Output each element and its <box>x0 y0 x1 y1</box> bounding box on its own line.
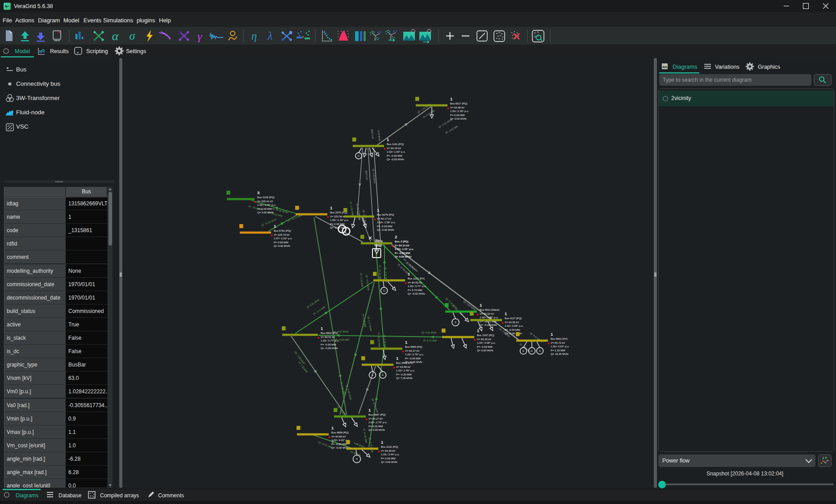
svg-text:Bus 4117 [PQ]: Bus 4117 [PQ] <box>505 317 522 320</box>
svg-text:P= -0.00 MW: P= -0.00 MW <box>331 443 347 446</box>
svg-text:P= 0.00 MW: P= 0.00 MW <box>381 457 396 460</box>
svg-text:10.46 MW: 10.46 MW <box>350 450 362 457</box>
svg-text:1: 1 <box>450 97 452 101</box>
svg-text:5.89 MVAr: 5.89 MVAr <box>354 442 365 448</box>
svg-text:Pf: -2.26 MW: Pf: -2.26 MW <box>359 273 364 287</box>
svg-text:G: G <box>358 154 359 157</box>
svg-text:0: 0 <box>537 31 539 33</box>
svg-text:Bus 6079 [PQ]: Bus 6079 [PQ] <box>377 213 394 216</box>
svg-text:V= 64.14 kV: V= 64.14 kV <box>395 244 410 247</box>
svg-text:Bus 2222 [PQ]: Bus 2222 [PQ] <box>381 446 398 448</box>
svg-text:P= -0.20 MW: P= -0.20 MW <box>396 373 412 376</box>
svg-text:Pf: -4.02 MW: Pf: -4.02 MW <box>445 125 459 134</box>
svg-text:1: 1 <box>505 312 507 316</box>
svg-text:V= 64.19 kV: V= 64.19 kV <box>387 147 401 150</box>
svg-text:V= 66.51 kV: V= 66.51 kV <box>321 336 335 338</box>
svg-text:Bus 5812 [PV]: Bus 5812 [PV] <box>551 337 568 340</box>
svg-text:Qf: 8.93 MVAr: Qf: 8.93 MVAr <box>306 298 320 309</box>
svg-text:V= 64.90 kV: V= 64.90 kV <box>381 450 395 452</box>
svg-text:Pf: 10.16 MW: Pf: 10.16 MW <box>377 333 381 348</box>
svg-text:Bus 4858 [PQ]: Bus 4858 [PQ] <box>331 431 349 434</box>
svg-text:Bus 2562 [PV]: Bus 2562 [PV] <box>396 362 413 364</box>
svg-text:V= 65.26 kV: V= 65.26 kV <box>477 338 491 341</box>
svg-text:Variations: Variations <box>715 64 740 70</box>
svg-text:Q= 0.00 MVAr: Q= 0.00 MVAr <box>477 349 493 352</box>
svg-text:Bus 7297 [PQ]: Bus 7297 [PQ] <box>477 334 494 337</box>
svg-text:Q= 0.00 MVAr: Q= 0.00 MVAr <box>274 245 290 247</box>
svg-text:P= 0.00 MW: P= 0.00 MW <box>330 223 345 225</box>
svg-text:1.02< 3.77° p.u.: 1.02< 3.77° p.u. <box>408 285 426 287</box>
svg-text:P= -0.00 MW: P= -0.00 MW <box>377 225 393 228</box>
svg-text:0: 0 <box>534 35 536 38</box>
svg-text:1.02< 2.75° p.u.: 1.02< 2.75° p.u. <box>405 353 424 356</box>
svg-text:1: 1 <box>274 224 276 229</box>
svg-text:1: 1 <box>405 340 407 345</box>
svg-text:Q= -0.00 MVAr: Q= -0.00 MVAr <box>377 229 394 231</box>
svg-text:1.02< 3.77° p.u.: 1.02< 3.77° p.u. <box>321 339 339 342</box>
svg-text:G: G <box>383 289 385 292</box>
svg-text:1.02< 1.51° p.u.: 1.02< 1.51° p.u. <box>395 248 414 250</box>
svg-text:1: 1 <box>377 208 379 212</box>
svg-text:Q= -0.00 MVAr: Q= -0.00 MVAr <box>331 446 349 449</box>
svg-text:G: G <box>455 321 456 324</box>
svg-text:Q= 0.00 MVAr: Q= 0.00 MVAr <box>368 429 385 431</box>
svg-text:Q= 0.00 MVAr: Q= 0.00 MVAr <box>450 117 467 120</box>
svg-text:3: 3 <box>257 191 259 195</box>
svg-text:Graphics: Graphics <box>758 64 780 70</box>
svg-text:1.02< 2.49° p.u.: 1.02< 2.49° p.u. <box>396 369 415 372</box>
svg-text:Bus 2 [PQ]: Bus 2 [PQ] <box>395 240 408 243</box>
svg-text:Bus 6517 [PQ]: Bus 6517 [PQ] <box>450 102 468 105</box>
svg-text:1.00< 0.02° p.u.: 1.00< 0.02° p.u. <box>257 204 276 206</box>
svg-text:Bus 2105 [PQ]: Bus 2105 [PQ] <box>257 196 275 199</box>
svg-text:σ: σ <box>130 29 136 42</box>
svg-text:Bus 6611 [Slack]: Bus 6611 [Slack] <box>480 308 499 311</box>
svg-text:1: 1 <box>480 303 482 308</box>
svg-text:Pf: 10.46 MW: Pf: 10.46 MW <box>363 428 368 443</box>
svg-text:Bus 6791 [PQ]: Bus 6791 [PQ] <box>274 229 291 232</box>
svg-text:G: G <box>382 374 384 376</box>
svg-text:1: 1 <box>396 356 398 361</box>
svg-text:1: 1 <box>387 137 389 142</box>
svg-text:Bus 5960 [PQ]: Bus 5960 [PQ] <box>405 346 422 348</box>
svg-text:Q= 0.00 MVAr: Q= 0.00 MVAr <box>395 255 412 258</box>
svg-text:V= 64.68 kV: V= 64.68 kV <box>450 106 464 109</box>
svg-text:MW 5.97: MW 5.97 <box>365 171 368 180</box>
svg-text:1.02< 0.85° p.u.: 1.02< 0.85° p.u. <box>505 325 523 327</box>
svg-text:1.02< 2.29° p.u.: 1.02< 2.29° p.u. <box>450 110 469 112</box>
svg-text:Scripting: Scripting <box>86 48 108 54</box>
svg-text:Q= -0.00 MVAr: Q= -0.00 MVAr <box>321 347 338 350</box>
svg-text:Pf: 7.54 MW: Pf: 7.54 MW <box>340 382 346 396</box>
svg-text:1: 1 <box>477 329 479 333</box>
svg-text:P= -0.00 MW: P= -0.00 MW <box>395 252 410 254</box>
svg-text:1.06< 1.43° p.u.: 1.06< 1.43° p.u. <box>330 219 349 221</box>
svg-text:1: 1 <box>330 206 332 210</box>
svg-text:V= 64.27 kV: V= 64.27 kV <box>368 417 383 420</box>
svg-text:Q= 7.29 MVAr: Q= 7.29 MVAr <box>396 377 413 379</box>
svg-text:Q= -5.18 MVAr: Q= -5.18 MVAr <box>480 324 497 326</box>
svg-text:Qf: -4.66 MVAr: Qf: -4.66 MVAr <box>346 384 352 400</box>
svg-text:Qf: 1.47 MVAr: Qf: 1.47 MVAr <box>367 316 372 331</box>
svg-text:Pf: 6.71 MW: Pf: 6.71 MW <box>423 339 437 342</box>
svg-text:1.03< 3.44° p.u.: 1.03< 3.44° p.u. <box>381 453 400 456</box>
svg-text:V= 63.00 kV: V= 63.00 kV <box>480 312 494 315</box>
svg-text:1: 1 <box>551 332 553 337</box>
svg-text:P= 0.00 MW: P= 0.00 MW <box>450 114 465 117</box>
svg-text:1: 1 <box>408 272 410 276</box>
svg-text:0.03 MVAr: 0.03 MVAr <box>377 130 381 142</box>
svg-text:G: G <box>372 374 373 376</box>
svg-text:λ: λ <box>268 30 273 42</box>
svg-text:G: G <box>356 458 358 460</box>
svg-text:Q= 0.00 MVAr: Q= 0.00 MVAr <box>257 211 274 214</box>
svg-text:G: G <box>539 350 541 352</box>
svg-text:Settings: Settings <box>126 48 146 54</box>
svg-text:MW 5.97: MW 5.97 <box>371 129 374 139</box>
svg-text:Qf: -0.51 MVAr: Qf: -0.51 MVAr <box>365 275 370 291</box>
svg-text:1.04< 4.08° p.u.: 1.04< 4.08° p.u. <box>477 342 496 344</box>
svg-text:Q= -8.92 MVAr: Q= -8.92 MVAr <box>408 292 425 295</box>
svg-text:G: G <box>531 350 533 352</box>
svg-text:1: 1 <box>368 408 371 412</box>
svg-text:Qf: 10.51 MW: Qf: 10.51 MW <box>318 441 333 449</box>
svg-text:V= 64.55 kV: V= 64.55 kV <box>505 321 519 324</box>
svg-text:Bus 5802 [PQ]: Bus 5802 [PQ] <box>321 332 338 334</box>
svg-text:V= 223.56 kV: V= 223.56 kV <box>330 215 346 218</box>
